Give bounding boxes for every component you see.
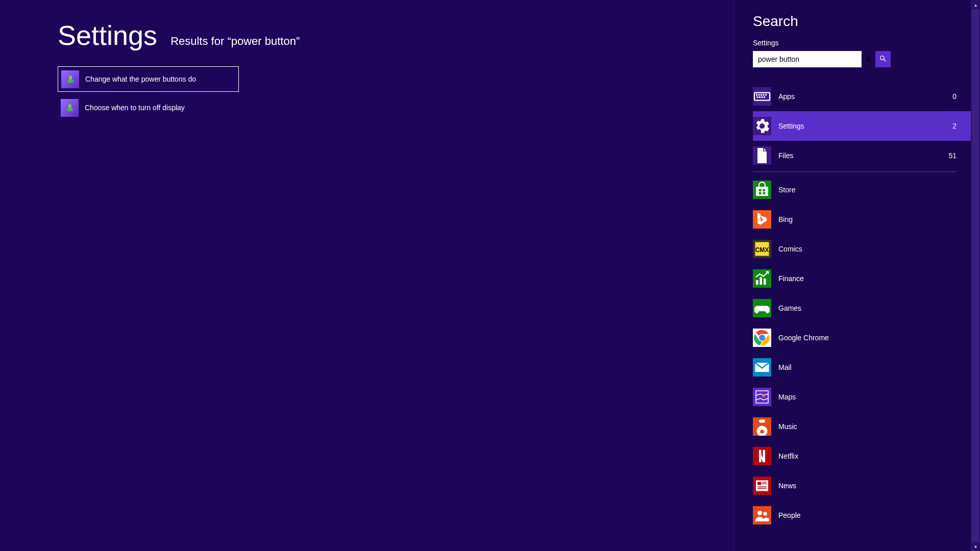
scope-label: Comics	[778, 245, 957, 253]
scope-item-google-chrome[interactable]: Google Chrome	[753, 323, 971, 353]
scope-label: Netflix	[778, 452, 957, 460]
svg-point-41	[757, 511, 762, 515]
svg-rect-16	[762, 96, 763, 98]
search-panel: Search Settings ✕ Apps0Settings2Files51 …	[734, 0, 971, 551]
results-for: Results for “power button”	[170, 35, 300, 48]
scope-label: Mail	[778, 363, 957, 371]
music-icon	[753, 417, 771, 436]
chrome-icon	[753, 329, 771, 347]
svg-rect-15	[759, 96, 761, 98]
svg-rect-36	[757, 482, 762, 485]
scope-label: Maps	[778, 393, 957, 401]
svg-rect-18	[759, 189, 762, 192]
header: Settings Results for “power button”	[58, 19, 734, 51]
scope-item-news[interactable]: News	[753, 471, 971, 500]
scope-item-files[interactable]: Files51	[753, 141, 971, 170]
scope-count: 0	[952, 92, 957, 101]
search-icon	[879, 55, 887, 64]
netflix-icon	[753, 447, 771, 465]
svg-rect-3	[70, 74, 71, 76]
svg-rect-37	[762, 482, 767, 483]
result-item[interactable]: Choose when to turn off display	[58, 95, 239, 120]
search-apps: StoreBingCMXComicsFinanceGamesGoogle Chr…	[753, 175, 971, 530]
svg-rect-25	[760, 277, 763, 285]
scope-item-netflix[interactable]: Netflix	[753, 441, 971, 471]
svg-rect-13	[765, 94, 767, 96]
svg-rect-9	[756, 94, 757, 96]
svg-rect-4	[67, 108, 72, 111]
svg-rect-0	[67, 80, 73, 83]
svg-rect-40	[757, 488, 767, 489]
maps-icon	[753, 388, 771, 406]
svg-rect-12	[763, 94, 765, 96]
svg-rect-17	[764, 96, 765, 98]
search-charm: Search Settings ✕ Apps0Settings2Files51 …	[734, 0, 980, 551]
svg-point-30	[762, 394, 765, 397]
scope-label: News	[778, 482, 957, 490]
games-icon	[753, 299, 771, 317]
scope-item-bing[interactable]: Bing	[753, 205, 971, 234]
search-scopes: Apps0Settings2Files51	[753, 82, 971, 170]
svg-rect-19	[763, 189, 766, 192]
scope-item-people[interactable]: People	[753, 500, 971, 530]
svg-rect-2	[69, 74, 70, 76]
svg-rect-29	[756, 391, 768, 403]
comics-icon: CMX	[753, 240, 771, 258]
svg-rect-14	[757, 96, 758, 98]
scope-item-music[interactable]: Music	[753, 412, 971, 441]
svg-rect-6	[69, 103, 69, 105]
scope-count: 2	[952, 122, 957, 130]
svg-rect-26	[764, 279, 766, 285]
result-item[interactable]: Change what the power buttons do	[58, 66, 239, 92]
svg-rect-11	[761, 94, 762, 96]
mail-icon	[753, 358, 771, 377]
results-list: Change what the power buttons doChoose w…	[58, 66, 734, 120]
scrollbar[interactable]: ▴ ▾	[971, 0, 980, 551]
svg-rect-24	[756, 280, 758, 285]
scope-label: Finance	[778, 274, 957, 283]
scope-label: Store	[778, 186, 957, 194]
store-icon	[753, 181, 771, 199]
scope-item-games[interactable]: Games	[753, 293, 971, 323]
svg-rect-5	[68, 104, 71, 108]
scope-label: Games	[778, 304, 957, 312]
scope-item-finance[interactable]: Finance	[753, 264, 971, 293]
search-title: Search	[753, 13, 971, 30]
result-label: Choose when to turn off display	[85, 104, 185, 112]
svg-rect-38	[762, 484, 767, 485]
scope-item-maps[interactable]: Maps	[753, 382, 971, 412]
scroll-thumb[interactable]	[972, 9, 979, 542]
svg-rect-32	[759, 420, 765, 423]
scope-label: Settings	[778, 122, 952, 130]
scope-item-store[interactable]: Store	[753, 175, 971, 205]
bing-icon	[753, 210, 771, 229]
scope-label: Music	[778, 422, 957, 431]
scroll-down-button[interactable]: ▾	[971, 542, 980, 551]
svg-rect-39	[757, 487, 767, 488]
scope-item-comics[interactable]: CMXComics	[753, 234, 971, 264]
scope-item-settings[interactable]: Settings2	[753, 111, 971, 141]
search-context: Settings	[753, 39, 971, 47]
apps-icon	[753, 87, 771, 106]
svg-rect-1	[69, 76, 72, 80]
scope-label: People	[778, 511, 957, 519]
news-icon	[753, 477, 771, 495]
scope-label: Bing	[778, 215, 957, 223]
finance-icon	[753, 269, 771, 288]
svg-rect-21	[763, 192, 766, 195]
scroll-up-button[interactable]: ▴	[971, 0, 980, 9]
scope-item-mail[interactable]: Mail	[753, 353, 971, 382]
search-button[interactable]	[875, 51, 891, 67]
search-input[interactable]	[753, 51, 862, 67]
separator	[753, 171, 957, 172]
search-bar: ✕	[753, 51, 891, 67]
result-label: Change what the power buttons do	[85, 75, 196, 83]
clear-search-button[interactable]: ✕	[863, 54, 873, 64]
search-input-wrap: ✕	[753, 51, 875, 67]
scope-label: Files	[778, 152, 948, 160]
scope-item-apps[interactable]: Apps0	[753, 82, 971, 111]
people-icon	[753, 506, 771, 524]
close-icon: ✕	[865, 55, 872, 64]
svg-rect-7	[70, 103, 70, 105]
results-area: Settings Results for “power button” Chan…	[0, 0, 734, 551]
